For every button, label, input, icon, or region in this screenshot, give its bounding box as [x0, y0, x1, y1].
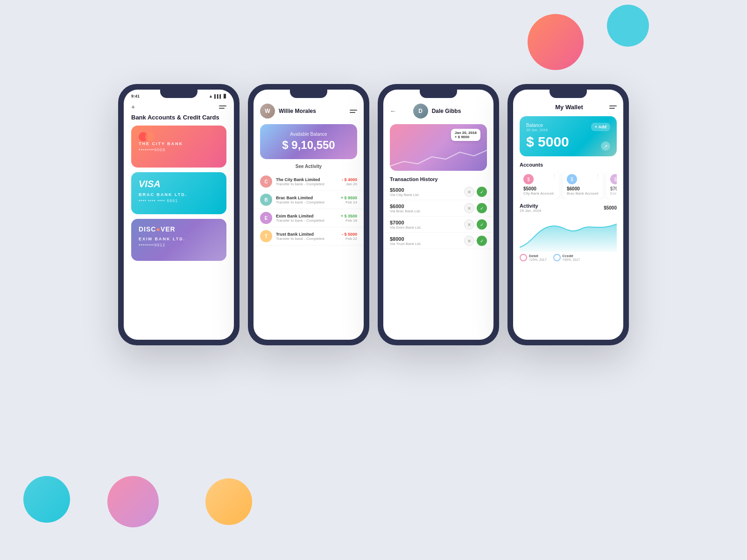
tx-item-5000: $5000 Via City Bank Ltd. ✕ ✓	[383, 184, 493, 200]
card-city-bank[interactable]: THE CITY BANK ••••••••9009	[131, 126, 226, 168]
mastercard-logo	[139, 132, 219, 141]
tx-info-6000: $6000 Via Brac Bank Ltd.	[390, 203, 464, 213]
account-amount-brac: $6000	[567, 186, 599, 191]
tx-amount-7000: $7000	[390, 220, 464, 225]
wallet-menu-icon[interactable]	[609, 105, 617, 109]
back-button[interactable]: ←	[390, 107, 396, 115]
user-info-dale: D Dale Gibbs	[413, 104, 461, 119]
tx-amount-6000: $6000	[390, 203, 464, 209]
tx-info-7000: $7000 Via Exim Bank Ltd.	[390, 220, 464, 230]
tx-info-5000: $5000 Via City Bank Ltd.	[390, 187, 464, 197]
account-more-brac[interactable]: ⋮	[595, 173, 600, 178]
t-info-exim: Exim Bank Limited Transfer to bank - Com…	[276, 214, 337, 223]
phone-1-notch	[160, 90, 197, 98]
transaction-list: C The City Bank Limited Transfer to bank…	[254, 173, 364, 245]
account-exim[interactable]: $ $70... Exim	[606, 170, 617, 199]
wallet-header: My Wallet	[513, 100, 623, 114]
tx-item-8000: $8000 Via Trust Bank Ltd. ✕ ✓	[383, 233, 493, 249]
activity-amount: $5000	[604, 205, 617, 210]
phone-2-header: W Willie Morales	[254, 100, 364, 122]
transaction-brac[interactable]: B Brac Bank Limited Transfer to bank - C…	[254, 191, 364, 209]
t-right-trust: - $ 5000 Feb 22	[342, 232, 357, 241]
legend: Debit +25%, 2017 Credit +85%, 2017	[520, 254, 617, 261]
accounts-title: Accounts	[520, 162, 617, 168]
phone-3-notch	[420, 90, 457, 98]
account-more-city[interactable]: ⋮	[552, 173, 557, 178]
t-right-city: - $ 4000 Jan 20	[342, 177, 357, 186]
tx-actions-6000: ✕ ✓	[464, 203, 487, 213]
legend-circle-credit	[553, 254, 561, 261]
transaction-exim[interactable]: E Exim Bank Limited Transfer to bank - C…	[254, 209, 364, 227]
tx-btn-x-8000[interactable]: ✕	[464, 236, 474, 246]
accounts-section: Accounts ⋮ $ $5000 City Bank Account ⋮ $…	[513, 160, 623, 201]
phones-wrapper: 9:41 ▲ ▌▌▌ ▊ + Bank Accounts & Credit Ca…	[0, 0, 747, 345]
arrow-icon[interactable]: ↗	[601, 141, 610, 151]
page-title-phone1: Bank Accounts & Credit Cards	[131, 114, 226, 121]
t-amount-exim: + $ 3500	[341, 214, 357, 218]
legend-circle-debit	[520, 254, 527, 261]
account-name-brac: Brac Bank Account	[567, 191, 599, 196]
tooltip-date: Jan 20, 2018	[455, 131, 477, 135]
chart-area: Jan 20, 2018 + $ 9000	[390, 124, 487, 171]
phone-1-screen: 9:41 ▲ ▌▌▌ ▊ + Bank Accounts & Credit Ca…	[124, 90, 234, 340]
activity-header: Activity 29 Jan, 2018 $5000	[520, 203, 617, 213]
activity-chart	[520, 215, 617, 252]
activity-title: Activity	[520, 203, 541, 209]
wallet-amount-value: 5000	[538, 134, 569, 149]
tx-btn-check-8000[interactable]: ✓	[477, 236, 487, 246]
card-3-bank-name: EXIM BANK LTD.	[139, 237, 219, 241]
t-right-brac: + $ 9500 Feb 14	[341, 196, 357, 204]
tx-btn-check-5000[interactable]: ✓	[477, 187, 487, 197]
signal-icon: ▌▌▌	[214, 94, 222, 98]
account-name-exim: Exim	[610, 191, 617, 196]
legend-credit: Credit +85%, 2017	[553, 254, 580, 261]
tx-btn-x-7000[interactable]: ✕	[464, 219, 474, 230]
wallet-currency: $	[526, 134, 534, 149]
avatar-willie-img: W	[260, 104, 275, 119]
card-exim-bank[interactable]: DISC●VER EXIM BANK LTD. ••••••••9912	[131, 219, 226, 261]
account-brac[interactable]: ⋮ $ $6000 Brac Bank Account	[563, 170, 603, 199]
transaction-city[interactable]: C The City Bank Limited Transfer to bank…	[254, 173, 364, 191]
phone-1-header: +	[124, 100, 234, 114]
t-bank-city: The City Bank Limited	[276, 177, 338, 182]
deco-circle-blue-bottom	[23, 476, 70, 523]
t-icon-c: C	[260, 175, 272, 188]
tx-actions-8000: ✕ ✓	[464, 236, 487, 246]
t-amount-brac: + $ 9500	[341, 196, 357, 200]
menu-icon-p2[interactable]	[350, 110, 357, 113]
tx-btn-check-6000[interactable]: ✓	[477, 203, 487, 213]
t-info-city: The City Bank Limited Transfer to bank -…	[276, 177, 338, 186]
user-name-willie: Willie Morales	[279, 108, 316, 114]
legend-label-credit: Credit +85%, 2017	[563, 254, 580, 261]
avatar-dale: D	[413, 104, 428, 119]
card-2-number: •••• •••• •••• 6661	[139, 198, 219, 203]
phone-2: W Willie Morales Available Balance $ 9,1…	[248, 84, 369, 345]
tx-actions-7000: ✕ ✓	[464, 219, 487, 230]
menu-icon[interactable]	[219, 105, 226, 109]
phone-1: 9:41 ▲ ▌▌▌ ▊ + Bank Accounts & Credit Ca…	[118, 84, 240, 345]
status-icons: ▲ ▌▌▌ ▊	[209, 94, 226, 98]
discover-logo: DISC●VER	[139, 225, 219, 233]
battery-icon: ▊	[224, 94, 226, 98]
wifi-icon: ▲	[209, 94, 213, 98]
transaction-trust[interactable]: T Trust Bank Limited Transfer to bank - …	[254, 227, 364, 245]
card-brac-bank[interactable]: VISA BRAC BANK LTD. •••• •••• •••• 6661	[131, 172, 226, 214]
avatar-dale-img: D	[413, 104, 428, 119]
account-city[interactable]: ⋮ $ $5000 City Bank Account	[520, 170, 559, 199]
tx-via-6000: Via Brac Bank Ltd.	[390, 209, 464, 213]
visa-logo: VISA	[139, 179, 219, 189]
tx-btn-x-5000[interactable]: ✕	[464, 187, 474, 197]
card-2-bank-name: BRAC BANK LTD.	[139, 192, 219, 197]
add-icon[interactable]: +	[131, 104, 135, 110]
tx-btn-x-6000[interactable]: ✕	[464, 203, 474, 213]
wallet-balance-card: Balance 20 Jan, 2018 $ 5000 + Add ↗	[520, 116, 617, 156]
see-activity-link[interactable]: See Activity	[254, 164, 364, 169]
tx-btn-check-7000[interactable]: ✓	[477, 219, 487, 230]
t-bank-exim: Exim Bank Limited	[276, 214, 337, 218]
t-icon-t: T	[260, 230, 272, 242]
t-date-exim: Feb 18	[341, 218, 357, 223]
tx-via-5000: Via City Bank Ltd.	[390, 193, 464, 197]
add-button[interactable]: + Add	[591, 123, 610, 131]
t-sub-brac: Transfer to bank - Completed	[276, 200, 337, 204]
accounts-scroll: ⋮ $ $5000 City Bank Account ⋮ $ $6000 Br…	[520, 170, 617, 199]
